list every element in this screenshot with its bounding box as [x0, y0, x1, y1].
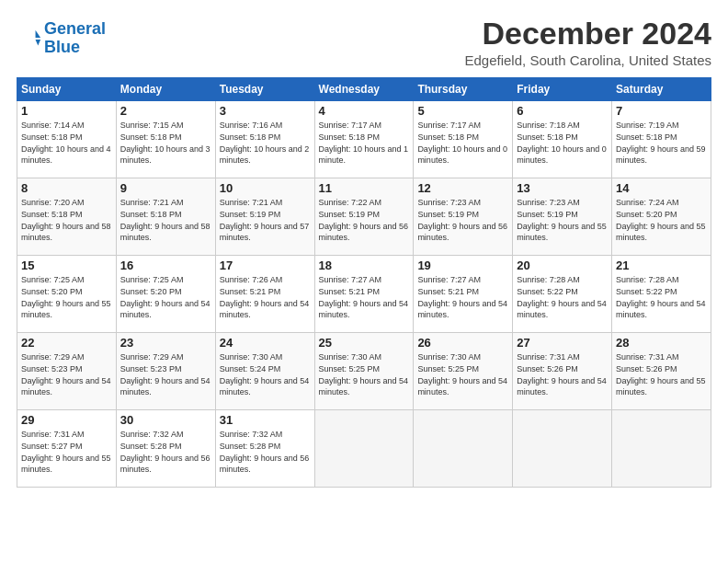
day-number: 7 [616, 104, 707, 118]
calendar-cell: 30 Sunrise: 7:32 AM Sunset: 5:28 PM Dayl… [116, 410, 215, 488]
day-info: Sunrise: 7:30 AM Sunset: 5:24 PM Dayligh… [220, 351, 311, 397]
day-info: Sunrise: 7:26 AM Sunset: 5:21 PM Dayligh… [220, 274, 311, 320]
day-info: Sunrise: 7:21 AM Sunset: 5:18 PM Dayligh… [120, 197, 211, 243]
day-info: Sunrise: 7:25 AM Sunset: 5:20 PM Dayligh… [120, 274, 211, 320]
calendar-cell: 2 Sunrise: 7:15 AM Sunset: 5:18 PM Dayli… [116, 101, 215, 178]
logo: General Blue [17, 20, 106, 57]
calendar-cell: 21 Sunrise: 7:28 AM Sunset: 5:22 PM Dayl… [612, 256, 711, 333]
day-info: Sunrise: 7:29 AM Sunset: 5:23 PM Dayligh… [21, 351, 112, 397]
calendar-cell: 11 Sunrise: 7:22 AM Sunset: 5:19 PM Dayl… [314, 178, 414, 256]
day-number: 14 [616, 181, 707, 195]
calendar-cell: 3 Sunrise: 7:16 AM Sunset: 5:18 PM Dayli… [215, 101, 314, 178]
day-info: Sunrise: 7:21 AM Sunset: 5:19 PM Dayligh… [220, 197, 311, 243]
calendar-cell: 22 Sunrise: 7:29 AM Sunset: 5:23 PM Dayl… [17, 333, 117, 410]
calendar-table: SundayMondayTuesdayWednesdayThursdayFrid… [17, 77, 711, 488]
col-header-saturday: Saturday [612, 78, 711, 101]
day-info: Sunrise: 7:31 AM Sunset: 5:26 PM Dayligh… [517, 351, 608, 397]
day-info: Sunrise: 7:19 AM Sunset: 5:18 PM Dayligh… [616, 120, 707, 166]
day-info: Sunrise: 7:27 AM Sunset: 5:21 PM Dayligh… [319, 274, 410, 320]
day-number: 16 [120, 259, 211, 272]
logo-text: General Blue [44, 20, 106, 57]
day-info: Sunrise: 7:28 AM Sunset: 5:22 PM Dayligh… [517, 274, 608, 320]
day-info: Sunrise: 7:25 AM Sunset: 5:20 PM Dayligh… [21, 274, 112, 320]
day-info: Sunrise: 7:30 AM Sunset: 5:25 PM Dayligh… [319, 351, 410, 397]
day-number: 31 [220, 413, 311, 427]
calendar-cell: 19 Sunrise: 7:27 AM Sunset: 5:21 PM Dayl… [414, 256, 513, 333]
day-number: 26 [417, 336, 508, 350]
day-number: 24 [220, 336, 311, 350]
day-info: Sunrise: 7:23 AM Sunset: 5:19 PM Dayligh… [517, 197, 608, 243]
day-info: Sunrise: 7:28 AM Sunset: 5:22 PM Dayligh… [616, 274, 707, 320]
calendar-cell [414, 410, 513, 488]
day-number: 11 [319, 181, 410, 195]
day-info: Sunrise: 7:32 AM Sunset: 5:28 PM Dayligh… [220, 429, 311, 475]
calendar-cell: 14 Sunrise: 7:24 AM Sunset: 5:20 PM Dayl… [612, 178, 711, 256]
calendar-cell: 9 Sunrise: 7:21 AM Sunset: 5:18 PM Dayli… [116, 178, 215, 256]
day-number: 15 [21, 259, 112, 272]
calendar-cell: 1 Sunrise: 7:14 AM Sunset: 5:18 PM Dayli… [17, 101, 117, 178]
calendar-cell: 10 Sunrise: 7:21 AM Sunset: 5:19 PM Dayl… [215, 178, 314, 256]
day-number: 29 [21, 413, 112, 427]
day-number: 27 [517, 336, 608, 350]
day-info: Sunrise: 7:30 AM Sunset: 5:25 PM Dayligh… [417, 351, 508, 397]
logo-line1: General [44, 19, 106, 38]
page-container: General Blue December 2024 Edgefield, So… [0, 0, 728, 497]
calendar-cell: 24 Sunrise: 7:30 AM Sunset: 5:24 PM Dayl… [215, 333, 314, 410]
day-number: 6 [517, 104, 608, 118]
col-header-friday: Friday [513, 78, 612, 101]
day-number: 3 [220, 104, 311, 118]
calendar-cell: 5 Sunrise: 7:17 AM Sunset: 5:18 PM Dayli… [414, 101, 513, 178]
day-number: 20 [517, 259, 608, 272]
calendar-cell: 27 Sunrise: 7:31 AM Sunset: 5:26 PM Dayl… [513, 333, 612, 410]
day-info: Sunrise: 7:16 AM Sunset: 5:18 PM Dayligh… [220, 120, 311, 166]
calendar-cell: 25 Sunrise: 7:30 AM Sunset: 5:25 PM Dayl… [314, 333, 414, 410]
calendar-cell: 29 Sunrise: 7:31 AM Sunset: 5:27 PM Dayl… [17, 410, 117, 488]
calendar-cell: 6 Sunrise: 7:18 AM Sunset: 5:18 PM Dayli… [513, 101, 612, 178]
col-header-wednesday: Wednesday [314, 78, 414, 101]
calendar-cell [612, 410, 711, 488]
day-number: 17 [220, 259, 311, 272]
calendar-cell: 15 Sunrise: 7:25 AM Sunset: 5:20 PM Dayl… [17, 256, 117, 333]
calendar-cell: 31 Sunrise: 7:32 AM Sunset: 5:28 PM Dayl… [215, 410, 314, 488]
col-header-sunday: Sunday [17, 78, 117, 101]
calendar-cell: 18 Sunrise: 7:27 AM Sunset: 5:21 PM Dayl… [314, 256, 414, 333]
day-number: 1 [21, 104, 112, 118]
calendar-cell: 28 Sunrise: 7:31 AM Sunset: 5:26 PM Dayl… [612, 333, 711, 410]
title-block: December 2024 Edgefield, South Carolina,… [465, 17, 712, 68]
day-info: Sunrise: 7:18 AM Sunset: 5:18 PM Dayligh… [517, 120, 608, 166]
calendar-cell: 8 Sunrise: 7:20 AM Sunset: 5:18 PM Dayli… [17, 178, 117, 256]
col-header-tuesday: Tuesday [215, 78, 314, 101]
day-number: 19 [417, 259, 508, 272]
calendar-cell: 12 Sunrise: 7:23 AM Sunset: 5:19 PM Dayl… [414, 178, 513, 256]
calendar-cell [513, 410, 612, 488]
day-number: 18 [319, 259, 410, 272]
day-number: 9 [120, 181, 211, 195]
calendar-cell: 13 Sunrise: 7:23 AM Sunset: 5:19 PM Dayl… [513, 178, 612, 256]
day-info: Sunrise: 7:31 AM Sunset: 5:26 PM Dayligh… [616, 351, 707, 397]
calendar-cell: 23 Sunrise: 7:29 AM Sunset: 5:23 PM Dayl… [116, 333, 215, 410]
day-number: 13 [517, 181, 608, 195]
calendar-cell: 26 Sunrise: 7:30 AM Sunset: 5:25 PM Dayl… [414, 333, 513, 410]
day-number: 23 [120, 336, 211, 350]
day-info: Sunrise: 7:29 AM Sunset: 5:23 PM Dayligh… [120, 351, 211, 397]
day-number: 22 [21, 336, 112, 350]
calendar-cell: 4 Sunrise: 7:17 AM Sunset: 5:18 PM Dayli… [314, 101, 414, 178]
col-header-monday: Monday [116, 78, 215, 101]
logo-icon [17, 26, 42, 52]
day-info: Sunrise: 7:24 AM Sunset: 5:20 PM Dayligh… [616, 197, 707, 243]
day-number: 4 [319, 104, 410, 118]
calendar-cell: 17 Sunrise: 7:26 AM Sunset: 5:21 PM Dayl… [215, 256, 314, 333]
calendar-cell: 16 Sunrise: 7:25 AM Sunset: 5:20 PM Dayl… [116, 256, 215, 333]
day-number: 8 [21, 181, 112, 195]
day-info: Sunrise: 7:22 AM Sunset: 5:19 PM Dayligh… [319, 197, 410, 243]
day-number: 12 [417, 181, 508, 195]
day-number: 25 [319, 336, 410, 350]
day-info: Sunrise: 7:17 AM Sunset: 5:18 PM Dayligh… [319, 120, 410, 166]
day-info: Sunrise: 7:17 AM Sunset: 5:18 PM Dayligh… [417, 120, 508, 166]
day-info: Sunrise: 7:15 AM Sunset: 5:18 PM Dayligh… [120, 120, 211, 166]
day-info: Sunrise: 7:14 AM Sunset: 5:18 PM Dayligh… [21, 120, 112, 166]
svg-marker-0 [36, 29, 41, 37]
day-info: Sunrise: 7:32 AM Sunset: 5:28 PM Dayligh… [120, 429, 211, 475]
day-number: 28 [616, 336, 707, 350]
day-info: Sunrise: 7:23 AM Sunset: 5:19 PM Dayligh… [417, 197, 508, 243]
